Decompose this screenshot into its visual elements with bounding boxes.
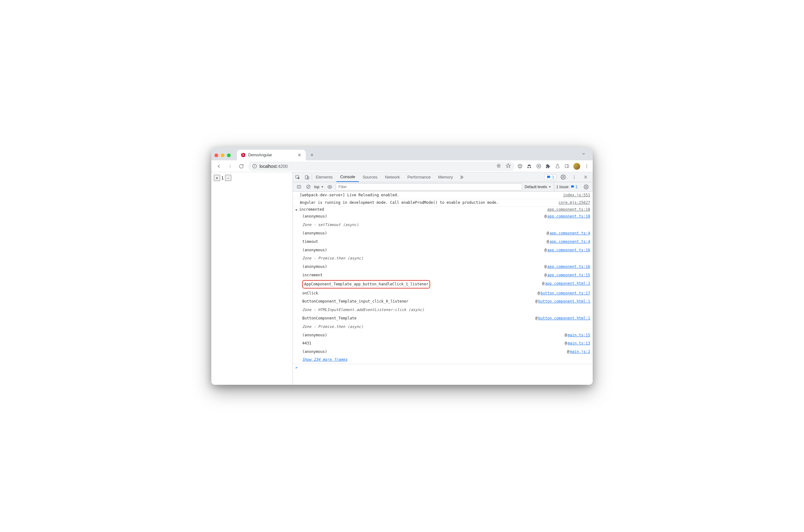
trace-header[interactable]: ▼ incremented app.component.ts:18 bbox=[293, 207, 593, 212]
stack-frame: (anonymous)@ app.component.ts:4 bbox=[293, 229, 593, 238]
log-message: [webpack-dev-server] Live Reloading enab… bbox=[300, 192, 563, 198]
more-tabs-icon[interactable] bbox=[457, 172, 466, 182]
messages-badge[interactable]: 1 bbox=[544, 174, 556, 180]
svg-point-29 bbox=[329, 186, 330, 188]
svg-point-22 bbox=[574, 178, 575, 179]
site-info-icon[interactable] bbox=[252, 164, 257, 169]
live-expression-icon[interactable] bbox=[326, 185, 333, 189]
back-button[interactable] bbox=[214, 162, 223, 171]
frame-source-link[interactable]: app.component.ts:4 bbox=[550, 238, 590, 245]
source-link[interactable]: index.js:551 bbox=[563, 192, 590, 198]
labs-flask-icon[interactable] bbox=[555, 164, 560, 169]
close-tab-icon[interactable]: ✕ bbox=[297, 153, 302, 157]
svg-point-20 bbox=[574, 175, 575, 176]
log-row: Angular is running in development mode. … bbox=[293, 199, 593, 207]
frame-source-link[interactable]: app.component.ts:18 bbox=[547, 213, 590, 220]
address-bar[interactable]: localhost:4200 bbox=[248, 162, 515, 171]
counter-widget: + 1 - bbox=[214, 175, 290, 181]
frame-function: ButtonComponent_Template_input_click_0_l… bbox=[302, 298, 408, 305]
log-levels-selector[interactable]: Default levels bbox=[524, 185, 551, 189]
tab-title: DemoAngular bbox=[248, 153, 272, 157]
browser-tab[interactable]: DemoAngular ✕ bbox=[237, 150, 306, 160]
extension-icons bbox=[517, 163, 590, 170]
show-more-link[interactable]: Show 234 more frames bbox=[302, 357, 348, 362]
frame-source-link[interactable]: button.component.html:1 bbox=[538, 315, 590, 322]
counter-value: 1 bbox=[221, 175, 225, 180]
increment-button[interactable]: + bbox=[214, 175, 220, 181]
console-settings-gear-icon[interactable] bbox=[582, 185, 590, 189]
svg-marker-28 bbox=[321, 186, 323, 188]
frame-function: (anonymous) bbox=[302, 263, 327, 270]
frame-source-link[interactable]: button.component.html:1 bbox=[538, 298, 590, 305]
tab-overflow-button[interactable] bbox=[581, 152, 586, 157]
stack-frame: (anonymous)@ app.component.ts:18 bbox=[293, 212, 593, 221]
device-toggle-icon[interactable] bbox=[302, 172, 312, 182]
svg-point-14 bbox=[587, 166, 587, 166]
tab-elements[interactable]: Elements bbox=[312, 172, 336, 182]
source-link[interactable]: app.component.ts:18 bbox=[547, 207, 590, 212]
inspect-element-icon[interactable] bbox=[293, 172, 302, 182]
stack-frame: AppComponent_Template_app_button_handleC… bbox=[293, 280, 593, 289]
frame-function: 4431 bbox=[302, 340, 311, 347]
tab-network[interactable]: Network bbox=[381, 172, 404, 182]
filter-input[interactable] bbox=[336, 184, 522, 190]
devtools-menu-icon[interactable] bbox=[570, 175, 579, 179]
decrement-button[interactable]: - bbox=[225, 175, 231, 181]
frame-source-link[interactable]: main.ts:13 bbox=[568, 340, 590, 347]
window-controls bbox=[214, 153, 231, 157]
frame-source-link[interactable]: app.component.ts:16 bbox=[547, 247, 590, 254]
frame-source-link[interactable]: app.component.html:2 bbox=[545, 280, 591, 288]
tab-sources[interactable]: Sources bbox=[359, 172, 381, 182]
close-window-button[interactable] bbox=[214, 153, 218, 157]
close-devtools-icon[interactable] bbox=[581, 175, 590, 179]
svg-point-7 bbox=[520, 165, 521, 166]
frame-source-link[interactable]: main.ts:15 bbox=[568, 331, 590, 339]
extension-icon-1[interactable] bbox=[517, 164, 523, 169]
frame-function: (anonymous) bbox=[302, 331, 327, 339]
extension-icon-3[interactable] bbox=[536, 164, 541, 169]
devtools-tab-bar: Elements Console Sources Network Perform… bbox=[293, 172, 593, 182]
svg-rect-17 bbox=[305, 175, 308, 179]
frame-function: ButtonComponent_Template bbox=[302, 315, 356, 322]
svg-point-9 bbox=[538, 165, 539, 167]
svg-point-5 bbox=[518, 164, 522, 168]
browser-menu-icon[interactable] bbox=[584, 164, 590, 169]
source-link[interactable]: core.mjs:25627 bbox=[559, 200, 590, 206]
reload-button[interactable] bbox=[237, 162, 246, 171]
tab-memory[interactable]: Memory bbox=[435, 172, 457, 182]
profile-avatar[interactable] bbox=[573, 163, 580, 170]
frame-source-link[interactable]: app.component.ts:4 bbox=[550, 230, 590, 237]
clear-console-icon[interactable] bbox=[305, 185, 312, 189]
frame-function: (anonymous) bbox=[302, 348, 327, 355]
stack-frame: Zone - setTimeout (async) bbox=[293, 221, 593, 229]
tab-console[interactable]: Console bbox=[336, 172, 359, 182]
settings-gear-icon[interactable] bbox=[558, 174, 568, 180]
disclosure-triangle-icon[interactable]: ▼ bbox=[295, 207, 299, 212]
share-icon[interactable] bbox=[496, 164, 501, 169]
stack-frame: ButtonComponent_Template@ button.compone… bbox=[293, 314, 593, 323]
frame-source-link[interactable]: app.component.ts:16 bbox=[547, 263, 590, 270]
content-area: + 1 - Elements Console Sources Network P… bbox=[211, 172, 593, 385]
console-prompt[interactable]: > bbox=[293, 364, 593, 371]
stack-frame: onClick@ button.component.ts:17 bbox=[293, 289, 593, 298]
stack-frame: ButtonComponent_Template_input_click_0_l… bbox=[293, 297, 593, 306]
log-row: [webpack-dev-server] Live Reloading enab… bbox=[293, 192, 593, 199]
new-tab-button[interactable]: + bbox=[308, 151, 317, 159]
bookmark-star-icon[interactable] bbox=[506, 163, 511, 169]
context-selector[interactable]: top bbox=[314, 185, 324, 189]
tab-performance[interactable]: Performance bbox=[404, 172, 434, 182]
frame-source-link[interactable]: button.component.ts:17 bbox=[540, 290, 590, 297]
frame-source-link[interactable]: main.js:2 bbox=[570, 348, 590, 355]
issues-counter[interactable]: 1 Issue: 1 bbox=[554, 182, 579, 191]
frame-source-link[interactable]: app.component.ts:15 bbox=[547, 272, 590, 279]
extensions-puzzle-icon[interactable] bbox=[545, 164, 551, 169]
svg-rect-18 bbox=[307, 177, 309, 179]
console-sidebar-toggle-icon[interactable] bbox=[295, 185, 302, 189]
panel-icon[interactable] bbox=[564, 164, 570, 169]
maximize-window-button[interactable] bbox=[227, 153, 231, 157]
minimize-window-button[interactable] bbox=[221, 153, 225, 157]
incognito-icon[interactable] bbox=[527, 164, 532, 169]
forward-button[interactable] bbox=[226, 162, 234, 171]
svg-line-27 bbox=[307, 186, 309, 188]
svg-point-6 bbox=[519, 165, 519, 166]
